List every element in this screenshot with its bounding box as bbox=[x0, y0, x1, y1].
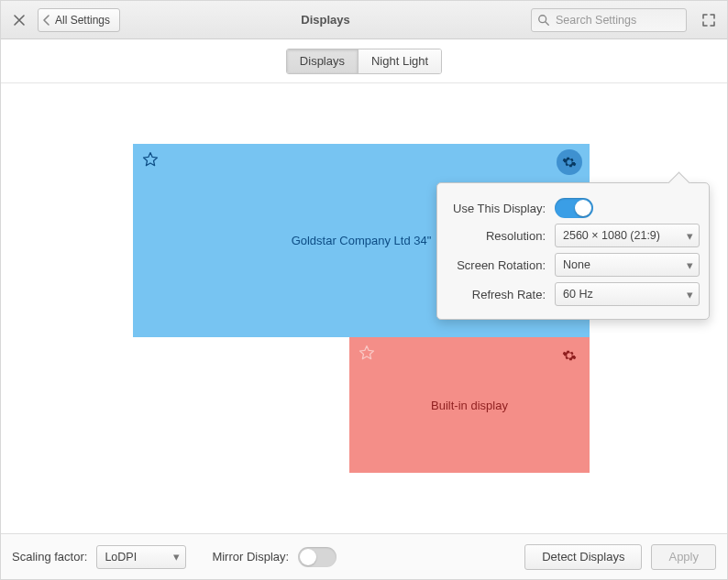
search-icon bbox=[537, 14, 550, 27]
resolution-value: 2560 × 1080 (21:9) bbox=[563, 229, 660, 242]
primary-display-button[interactable] bbox=[142, 151, 160, 170]
display-settings-popover: Use This Display: Resolution: 2560 × 108… bbox=[436, 182, 710, 320]
refresh-rate-select[interactable]: 60 Hz ▾ bbox=[555, 282, 700, 306]
resolution-select[interactable]: 2560 × 1080 (21:9) ▾ bbox=[555, 224, 700, 247]
gear-icon bbox=[562, 348, 577, 363]
chevron-left-icon bbox=[39, 9, 55, 31]
scaling-factor-select[interactable]: LoDPI ▾ bbox=[96, 545, 186, 569]
refresh-label: Refresh Rate: bbox=[447, 288, 546, 301]
monitor-primary-name: Goldstar Company Ltd 34" bbox=[292, 234, 432, 247]
scaling-factor-label: Scaling factor: bbox=[12, 550, 87, 564]
caret-down-icon: ▾ bbox=[173, 550, 180, 564]
scaling-factor-value: LoDPI bbox=[105, 551, 137, 564]
apply-button[interactable]: Apply bbox=[651, 544, 716, 570]
close-icon bbox=[14, 15, 25, 26]
caret-down-icon: ▾ bbox=[687, 258, 693, 272]
footer-bar: Scaling factor: LoDPI ▾ Mirror Display: … bbox=[1, 533, 727, 579]
back-button-label: All Settings bbox=[55, 14, 110, 27]
display-arrangement-canvas[interactable]: Goldstar Company Ltd 34" Built-in displa… bbox=[1, 83, 727, 533]
settings-window: All Settings Displays Search Settings Di… bbox=[0, 0, 728, 580]
detect-displays-button[interactable]: Detect Displays bbox=[524, 544, 642, 570]
monitor-secondary[interactable]: Built-in display bbox=[349, 337, 590, 473]
svg-line-1 bbox=[546, 21, 549, 25]
star-icon bbox=[358, 345, 375, 361]
window-title: Displays bbox=[126, 13, 525, 27]
segmented-control: Displays Night Light bbox=[286, 49, 442, 74]
secondary-primary-display-button[interactable] bbox=[358, 345, 377, 363]
monitor-primary-settings-button[interactable] bbox=[557, 149, 582, 175]
maximize-icon bbox=[702, 14, 715, 27]
monitor-secondary-settings-button[interactable] bbox=[557, 343, 582, 368]
star-icon bbox=[142, 151, 159, 168]
rotation-label: Screen Rotation: bbox=[447, 258, 546, 272]
back-all-settings-button[interactable]: All Settings bbox=[38, 8, 120, 32]
view-switcher: Displays Night Light bbox=[1, 39, 727, 83]
use-this-display-label: Use This Display: bbox=[447, 202, 546, 215]
search-input[interactable]: Search Settings bbox=[531, 8, 687, 32]
monitor-secondary-name: Built-in display bbox=[431, 399, 508, 412]
mirror-display-label: Mirror Display: bbox=[212, 550, 289, 564]
maximize-button[interactable] bbox=[696, 7, 722, 33]
close-button[interactable] bbox=[6, 7, 32, 33]
gear-icon bbox=[562, 155, 577, 170]
tab-displays[interactable]: Displays bbox=[287, 49, 358, 73]
rotation-value: None bbox=[563, 258, 590, 271]
use-this-display-toggle[interactable] bbox=[555, 198, 593, 218]
caret-down-icon: ▾ bbox=[687, 288, 693, 301]
resolution-label: Resolution: bbox=[447, 229, 546, 243]
rotation-select[interactable]: None ▾ bbox=[555, 253, 700, 277]
search-placeholder: Search Settings bbox=[556, 14, 636, 27]
mirror-display-toggle[interactable] bbox=[298, 547, 336, 567]
caret-down-icon: ▾ bbox=[687, 229, 693, 243]
refresh-value: 60 Hz bbox=[563, 288, 593, 301]
header-bar: All Settings Displays Search Settings bbox=[1, 1, 727, 39]
tab-night-light[interactable]: Night Light bbox=[358, 49, 441, 73]
